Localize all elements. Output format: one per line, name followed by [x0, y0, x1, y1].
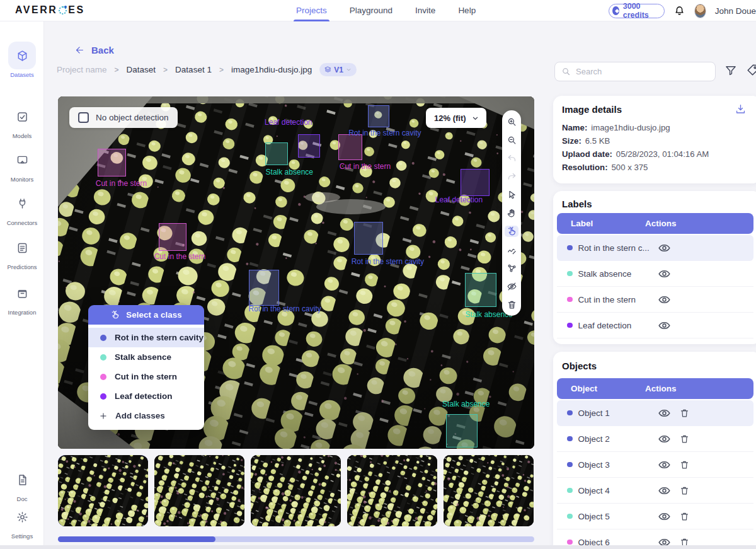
sidebar-tile: [8, 146, 36, 174]
bbox-stalk[interactable]: [265, 142, 288, 165]
row-color-dot: [567, 540, 573, 545]
bbox-rot[interactable]: [354, 222, 383, 255]
table-row[interactable]: Leaf detection: [557, 313, 753, 338]
bbox-cut[interactable]: [98, 149, 126, 176]
breadcrumb-item[interactable]: Project name: [57, 65, 107, 74]
sidebar-item-models[interactable]: Models: [0, 103, 44, 139]
class-option-cut-in-the-stern[interactable]: Cut in the stern: [88, 367, 204, 386]
tool-zoom-in[interactable]: [505, 116, 518, 127]
search-icon: [561, 67, 571, 76]
breadcrumb-item[interactable]: Dataset: [127, 65, 156, 74]
row-color-dot: [567, 410, 573, 416]
app-root: AVERR ES ProjectsPlaygroundInviteHelp 30…: [0, 0, 756, 549]
thumbnail-2[interactable]: [154, 455, 244, 526]
bbox-stalk[interactable]: [446, 414, 478, 448]
class-color-dot: [100, 335, 106, 341]
tool-hand[interactable]: [505, 207, 518, 219]
image-details-rows: Name:image1hdiu-dusjo.jpgSize:6.5 KBUpla…: [562, 121, 709, 174]
layers-icon: [324, 66, 332, 74]
annotation-canvas[interactable]: Cut in the sternLeaf detectionStalk abse…: [58, 96, 534, 449]
zoom-level-dropdown[interactable]: 12% (fit): [426, 108, 486, 128]
zoom-level-value: 12% (fit): [434, 113, 466, 123]
sidebar-tile: [8, 42, 36, 69]
bbox-stalk[interactable]: [465, 273, 497, 307]
table-row[interactable]: Object 3: [557, 452, 753, 478]
table-row[interactable]: Stalk absence: [557, 261, 753, 287]
sidebar-item-monitors[interactable]: Monitors: [0, 146, 44, 183]
table-row[interactable]: Rot in the stern c...: [557, 235, 753, 261]
no-object-detection-label: No object detection: [96, 113, 169, 122]
checkbox-icon[interactable]: [78, 112, 89, 123]
objects-col-object: Object: [557, 384, 645, 393]
table-row[interactable]: Object 1: [557, 400, 753, 426]
eye-icon: [658, 458, 671, 471]
table-row[interactable]: Object 2: [557, 426, 753, 452]
credits-coin-icon: [612, 6, 619, 15]
avatar[interactable]: [694, 4, 706, 18]
filter-funnel-icon[interactable]: [724, 64, 737, 77]
version-dropdown[interactable]: V1: [319, 63, 357, 76]
tool-scribble[interactable]: [505, 244, 518, 255]
select-class-button[interactable]: Select a class: [88, 305, 204, 325]
add-classes-button[interactable]: Add classes: [88, 406, 204, 425]
thumbnail-scrollbar[interactable]: [58, 536, 534, 542]
sidebar-item-settings[interactable]: Settings: [0, 503, 44, 540]
table-row[interactable]: Object 5: [557, 504, 753, 529]
tool-zoom-out[interactable]: [505, 134, 518, 146]
row-color-dot: [567, 462, 573, 468]
nav-playground[interactable]: Playground: [350, 0, 392, 21]
thumbnail-5[interactable]: [444, 455, 534, 526]
tool-redo[interactable]: [505, 171, 518, 182]
tool-delete[interactable]: [505, 299, 518, 310]
bbox-rot[interactable]: [249, 270, 279, 306]
bbox-leaf[interactable]: [298, 134, 320, 158]
sidebar-tile: [8, 190, 36, 217]
sidebar-item-datasets[interactable]: Datasets: [0, 42, 44, 78]
thumbnail-4[interactable]: [347, 455, 437, 526]
back-button[interactable]: Back: [74, 45, 114, 55]
bbox-label: Cut in the stern: [154, 252, 205, 261]
notifications-bell-icon[interactable]: [673, 5, 685, 17]
tool-polygon[interactable]: [505, 262, 518, 274]
download-icon[interactable]: [735, 103, 747, 115]
scrollbar-thumb[interactable]: [58, 536, 215, 542]
no-object-detection-toggle[interactable]: No object detection: [69, 107, 178, 128]
breadcrumb-item[interactable]: image1hdiu-dusjo.jpg: [231, 65, 312, 74]
class-option-leaf-detection[interactable]: Leaf detection: [88, 386, 204, 406]
nav-projects[interactable]: Projects: [296, 0, 327, 21]
nav-help[interactable]: Help: [458, 0, 476, 21]
credits-badge[interactable]: 3000 credits: [609, 4, 665, 18]
bbox-label: Leaf detection: [435, 195, 483, 204]
table-row[interactable]: Cut in the stern: [557, 287, 753, 313]
plus-icon: [99, 412, 108, 420]
class-option-rot-in-the-stern-cavity[interactable]: Rot in the stern cavity: [88, 328, 204, 347]
tool-tap[interactable]: [505, 226, 518, 237]
class-option-stalk-absence[interactable]: Stalk absence: [88, 347, 204, 367]
logo-o-icon: [59, 6, 67, 14]
detail-row: Name:image1hdiu-dusjo.jpg: [562, 121, 709, 134]
thumbnail-1[interactable]: [58, 455, 148, 526]
sidebar-item-doc[interactable]: Doc: [0, 466, 44, 502]
tool-cursor[interactable]: [505, 189, 518, 200]
tool-hide-annotations[interactable]: [505, 280, 518, 292]
tag-icon[interactable]: [746, 63, 756, 77]
thumbnail-3[interactable]: [251, 455, 341, 526]
canvas-toolbar: [502, 110, 521, 316]
tap-icon: [110, 310, 120, 320]
bbox-rot[interactable]: [368, 105, 389, 127]
nav-invite[interactable]: Invite: [415, 0, 435, 21]
bbox-leaf[interactable]: [461, 169, 490, 196]
tag-icon: [746, 63, 756, 77]
bbox-cut[interactable]: [159, 223, 186, 251]
bbox-cut[interactable]: [338, 134, 362, 160]
search-input[interactable]: [576, 67, 709, 76]
table-row[interactable]: Object 4: [557, 478, 753, 504]
sidebar-item-connectors[interactable]: Connectors: [0, 190, 44, 226]
sidebar-item-predictions[interactable]: Predictions: [0, 234, 44, 270]
zoom-out-icon: [507, 135, 517, 146]
tool-undo[interactable]: [505, 153, 518, 164]
user-name[interactable]: John Doue: [715, 6, 756, 16]
sidebar-item-integration[interactable]: Integration: [0, 279, 44, 316]
breadcrumb-item[interactable]: Dataset 1: [175, 65, 212, 74]
filter-icon: [724, 64, 737, 77]
